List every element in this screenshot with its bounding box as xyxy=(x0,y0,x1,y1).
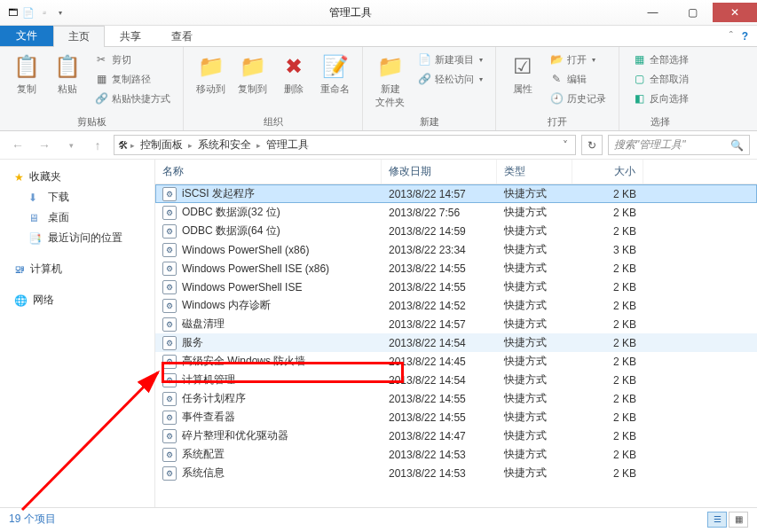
paste-button[interactable]: 📋粘贴 xyxy=(50,51,85,98)
sidebar-item-recent[interactable]: 📑最近访问的位置 xyxy=(0,228,154,248)
table-row[interactable]: ⚙Windows PowerShell ISE2013/8/22 14:55快捷… xyxy=(155,278,757,296)
file-type: 快捷方式 xyxy=(497,184,572,203)
table-row[interactable]: ⚙ODBC 数据源(32 位)2013/8/22 7:56快捷方式2 KB xyxy=(155,203,757,222)
qat-dropdown-icon[interactable]: ▾ xyxy=(53,5,67,20)
file-size: 3 KB xyxy=(572,242,643,258)
tab-home[interactable]: 主页 xyxy=(53,26,105,47)
chevron-right-icon[interactable]: ▸ xyxy=(256,141,261,150)
nav-forward-button[interactable]: → xyxy=(34,135,55,156)
col-name[interactable]: 名称 xyxy=(155,160,382,184)
column-headers: 名称 修改日期 类型 大小 xyxy=(155,160,757,184)
cut-icon: ✂ xyxy=(94,52,108,66)
help-icon[interactable]: ? xyxy=(742,30,748,43)
qat-props-icon[interactable]: ▫️ xyxy=(37,5,51,20)
ribbon-collapse-icon[interactable]: ˆ xyxy=(729,30,733,43)
table-row[interactable]: ⚙磁盘清理2013/8/22 14:57快捷方式2 KB xyxy=(155,315,757,333)
group-label-clipboard: 剪贴板 xyxy=(9,113,174,129)
file-name: 任务计划程序 xyxy=(182,391,246,406)
download-icon: ⬇ xyxy=(28,192,43,204)
cp-icon: 🛠 xyxy=(118,139,129,152)
table-row[interactable]: ⚙任务计划程序2013/8/22 14:55快捷方式2 KB xyxy=(155,389,757,408)
tab-view[interactable]: 查看 xyxy=(156,26,208,46)
sidebar-computer[interactable]: 🖳计算机 xyxy=(0,259,154,279)
table-row[interactable]: ⚙计算机管理2013/8/22 14:54快捷方式2 KB xyxy=(155,371,757,389)
history-icon: 🕘 xyxy=(549,91,564,106)
newfolder-button[interactable]: 📁新建 文件夹 xyxy=(372,51,408,111)
crumb-at[interactable]: 管理工具 xyxy=(263,137,312,153)
nav-back-button[interactable]: ← xyxy=(7,135,28,156)
crumb-cp[interactable]: 控制面板 xyxy=(137,137,186,153)
ribbon-group-open: ☑属性 📂打开▾ ✎编辑 🕘历史记录 打开 xyxy=(496,47,619,130)
minimize-button[interactable]: — xyxy=(633,3,673,22)
open-button[interactable]: 📂打开▾ xyxy=(546,51,610,68)
sidebar-favorites[interactable]: ★收藏夹 xyxy=(0,167,154,187)
copy-button[interactable]: 📋复制 xyxy=(9,51,44,98)
qat-new-icon[interactable]: 📄 xyxy=(21,5,35,20)
shortcut-icon: ⚙ xyxy=(162,355,177,369)
invert-button[interactable]: ◧反向选择 xyxy=(628,90,692,107)
file-name: Windows PowerShell (x86) xyxy=(182,244,309,256)
table-row[interactable]: ⚙事件查看器2013/8/22 14:55快捷方式2 KB xyxy=(155,408,757,426)
maximize-button[interactable]: ▢ xyxy=(673,3,713,22)
file-name: 碎片整理和优化驱动器 xyxy=(182,428,288,443)
sidebar-network[interactable]: 🌐网络 xyxy=(0,290,154,310)
file-date: 2013/8/22 14:52 xyxy=(382,298,497,314)
selectall-button[interactable]: ▦全部选择 xyxy=(628,51,692,68)
address-dropdown-icon[interactable]: ˅ xyxy=(559,139,572,152)
nav-up-button[interactable]: ↑ xyxy=(87,135,108,156)
pasteshortcut-button[interactable]: 🔗粘贴快捷方式 xyxy=(91,90,174,107)
chevron-down-icon: ▾ xyxy=(479,75,483,83)
sidebar-item-downloads[interactable]: ⬇下载 xyxy=(0,187,154,207)
table-row[interactable]: ⚙碎片整理和优化驱动器2013/8/22 14:47快捷方式2 KB xyxy=(155,426,757,445)
file-name: 服务 xyxy=(182,335,203,350)
file-name: 系统配置 xyxy=(182,447,225,462)
table-row[interactable]: ⚙Windows 内存诊断2013/8/22 14:52快捷方式2 KB xyxy=(155,296,757,315)
tab-file[interactable]: 文件 xyxy=(0,26,53,46)
crumb-ss[interactable]: 系统和安全 xyxy=(194,137,255,153)
properties-button[interactable]: ☑属性 xyxy=(505,51,540,98)
sidebar-item-desktop[interactable]: 🖥桌面 xyxy=(0,207,154,228)
table-row[interactable]: ⚙ODBC 数据源(64 位)2013/8/22 14:59快捷方式2 KB xyxy=(155,222,757,240)
chevron-right-icon[interactable]: ▸ xyxy=(188,141,193,150)
file-type: 快捷方式 xyxy=(497,222,572,240)
copypath-button[interactable]: ▦复制路径 xyxy=(91,70,174,88)
col-size[interactable]: 大小 xyxy=(572,160,643,184)
chevron-right-icon[interactable]: ▸ xyxy=(130,141,135,150)
properties-icon: ☑ xyxy=(509,52,537,81)
shortcut-icon: ⚙ xyxy=(162,317,177,332)
refresh-button[interactable]: ↻ xyxy=(581,135,603,155)
cut-button[interactable]: ✂剪切 xyxy=(91,51,174,68)
table-row[interactable]: ⚙iSCSI 发起程序2013/8/22 14:57快捷方式2 KB xyxy=(155,184,757,203)
table-row[interactable]: ⚙Windows PowerShell ISE (x86)2013/8/22 1… xyxy=(155,259,757,278)
nav-recent-button[interactable]: ▾ xyxy=(60,135,82,156)
table-row[interactable]: ⚙Windows PowerShell (x86)2013/8/22 23:34… xyxy=(155,240,757,259)
view-details-button[interactable]: ☰ xyxy=(707,512,727,528)
easyaccess-button[interactable]: 🔗轻松访问▾ xyxy=(414,70,486,88)
col-type[interactable]: 类型 xyxy=(497,160,572,184)
selectnone-button[interactable]: ▢全部取消 xyxy=(628,70,692,88)
shortcut-icon: ⚙ xyxy=(162,224,177,239)
view-icons-button[interactable]: ▦ xyxy=(729,512,748,528)
file-date: 2013/8/22 14:55 xyxy=(382,279,497,295)
delete-button[interactable]: ✖删除 xyxy=(276,51,311,98)
search-input[interactable]: 搜索"管理工具" 🔍 xyxy=(608,135,750,155)
chevron-down-icon: ▾ xyxy=(592,56,595,64)
table-row[interactable]: ⚙系统信息2013/8/22 14:53快捷方式2 KB xyxy=(155,464,757,482)
table-row[interactable]: ⚙高级安全 Windows 防火墙2013/8/22 14:45快捷方式2 KB xyxy=(155,352,757,371)
table-row[interactable]: ⚙系统配置2013/8/22 14:53快捷方式2 KB xyxy=(155,445,757,464)
table-row[interactable]: ⚙服务2013/8/22 14:54快捷方式2 KB xyxy=(155,333,757,352)
history-button[interactable]: 🕘历史记录 xyxy=(546,90,610,107)
moveto-button[interactable]: 📁移动到 xyxy=(193,51,229,98)
file-type: 快捷方式 xyxy=(497,352,572,371)
copyto-button[interactable]: 📁复制到 xyxy=(234,51,271,98)
edit-button[interactable]: ✎编辑 xyxy=(546,70,610,88)
file-size: 2 KB xyxy=(572,335,643,351)
ribbon-group-new: 📁新建 文件夹 📄新建项目▾ 🔗轻松访问▾ 新建 xyxy=(363,47,496,130)
address-bar[interactable]: 🛠 ▸ 控制面板 ▸ 系统和安全 ▸ 管理工具 ˅ xyxy=(114,135,576,155)
tab-share[interactable]: 共享 xyxy=(105,26,156,46)
col-date[interactable]: 修改日期 xyxy=(382,160,497,184)
close-button[interactable]: ✕ xyxy=(713,3,757,22)
rename-button[interactable]: 📝重命名 xyxy=(317,51,353,98)
newitem-button[interactable]: 📄新建项目▾ xyxy=(414,51,486,68)
file-type: 快捷方式 xyxy=(497,445,572,464)
